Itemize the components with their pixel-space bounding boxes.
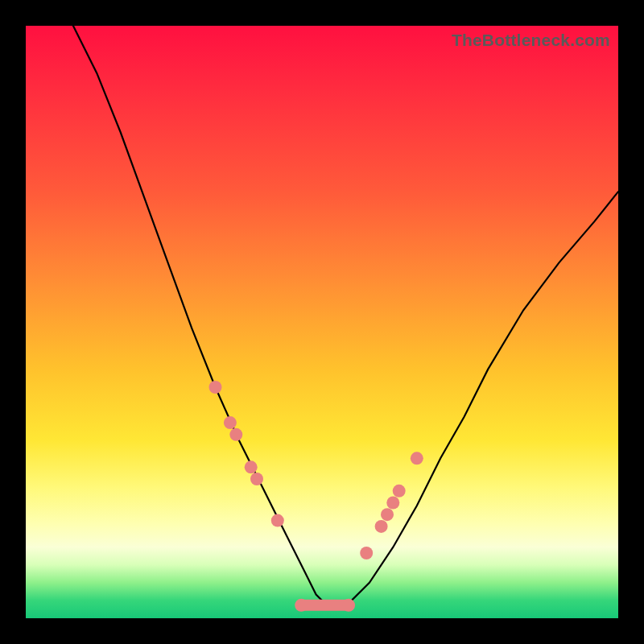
marker-dot: [342, 599, 355, 612]
marker-dot: [295, 599, 308, 612]
chart-frame: TheBottleneck.com: [0, 0, 644, 644]
chart-svg: [26, 26, 618, 618]
marker-dot: [411, 452, 423, 464]
marker-dot: [393, 485, 406, 497]
marker-dot: [381, 508, 394, 521]
marker-dot: [229, 428, 242, 441]
marker-dot: [245, 460, 258, 473]
markers-right-group: [360, 452, 423, 559]
bottleneck-curve: [73, 26, 618, 606]
marker-dot: [209, 381, 222, 394]
marker-dot: [360, 547, 373, 559]
marker-dot: [271, 514, 284, 527]
marker-dot: [250, 473, 263, 485]
markers-bottom-cluster: [295, 599, 355, 612]
marker-dot: [375, 520, 388, 533]
marker-dot: [386, 497, 399, 510]
chart-plot-area: TheBottleneck.com: [26, 26, 618, 618]
marker-dot: [224, 416, 237, 429]
